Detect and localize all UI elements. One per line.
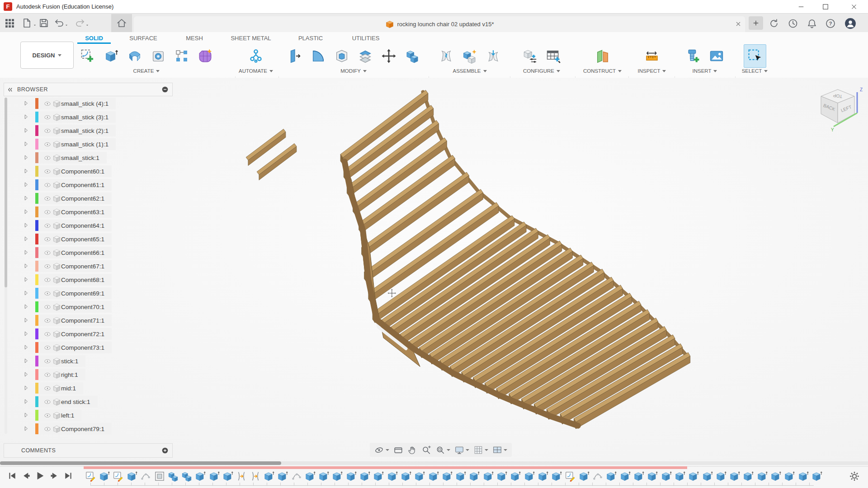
visibility-eye-icon[interactable] [42,399,52,405]
undo-icon[interactable] [53,17,65,29]
combine-button[interactable] [401,45,423,67]
timeline-feature-extrude[interactable] [770,470,782,482]
browser-row[interactable]: end stick:1 [4,395,172,408]
group-label-create[interactable]: CREATE [75,68,218,74]
clock-icon[interactable] [786,17,800,30]
visibility-eye-icon[interactable] [42,304,52,310]
timeline-feature-sketch[interactable] [113,470,124,482]
timeline-feature-extrude[interactable] [277,470,288,482]
timeline-feature-extrude[interactable] [373,470,384,482]
expand-arrow-icon[interactable] [23,249,30,256]
visibility-eye-icon[interactable] [42,277,52,283]
timeline-feature-extrude[interactable] [208,470,220,482]
timeline-feature-extrude[interactable] [524,470,535,482]
timeline-feature-extrude[interactable] [633,470,645,482]
timeline-feature-extrude[interactable] [688,470,699,482]
configuration-table-button[interactable] [542,45,564,67]
minimize-panel-icon[interactable] [161,86,169,93]
automate-button[interactable] [245,45,267,67]
pan-button[interactable] [407,445,417,455]
expand-arrow-icon[interactable] [23,303,30,310]
shell-button[interactable] [331,45,353,67]
select-button[interactable] [744,44,766,68]
maximize-button[interactable] [815,0,836,13]
timeline-feature-spline[interactable] [140,470,151,482]
timeline-feature-spline[interactable] [592,470,604,482]
timeline-feature-extrude[interactable] [126,470,138,482]
visibility-eye-icon[interactable] [42,209,52,216]
expand-arrow-icon[interactable] [23,263,30,270]
visibility-eye-icon[interactable] [42,290,52,297]
insert-fastener-button[interactable] [682,45,704,67]
group-label-assemble[interactable]: ASSEMBLE [432,68,508,74]
browser-scrollbar-thumb[interactable] [5,98,7,287]
press-pull-button[interactable] [284,45,306,67]
expand-arrow-icon[interactable] [23,127,30,134]
app-launcher-icon[interactable] [4,17,15,29]
expand-arrow-icon[interactable] [23,412,30,419]
tab-close-icon[interactable] [732,18,744,30]
timeline-feature-extrude[interactable] [345,470,357,482]
visibility-eye-icon[interactable] [42,155,52,161]
browser-row[interactable]: smaall_stick (1):1 [4,137,172,151]
visibility-eye-icon[interactable] [42,222,52,229]
job-status-icon[interactable] [767,17,781,30]
timeline-feature-extrude[interactable] [619,470,631,482]
visibility-eye-icon[interactable] [42,236,52,243]
construction-plane-button[interactable] [592,45,613,67]
timeline-feature-extrude[interactable] [496,470,508,482]
visibility-eye-icon[interactable] [42,141,52,148]
expand-comments-icon[interactable] [161,447,169,454]
expand-arrow-icon[interactable] [23,398,30,405]
browser-row[interactable]: stick:1 [4,354,172,368]
insert-image-button[interactable] [706,45,727,67]
timeline-feature-joint[interactable] [250,470,261,482]
fit-button[interactable] [435,445,450,455]
comments-bar[interactable]: COMMENTS [4,443,173,458]
tab-solid[interactable]: SOLID [77,32,111,44]
browser-row[interactable]: Component60:1 [4,164,172,178]
new-tab-button[interactable] [749,16,763,30]
browser-row[interactable]: smaall_stick:1 [4,151,172,164]
browser-row[interactable]: Component69:1 [4,286,172,300]
expand-arrow-icon[interactable] [23,168,30,175]
expand-arrow-icon[interactable] [23,113,30,121]
create-sketch-button[interactable] [77,45,99,67]
timeline-settings-gear-icon[interactable] [849,471,861,483]
visibility-eye-icon[interactable] [42,385,52,392]
expand-arrow-icon[interactable] [23,290,30,297]
group-label-insert[interactable]: INSERT [677,68,732,74]
notifications-bell-icon[interactable] [805,17,819,30]
hole-button[interactable] [147,45,169,67]
visibility-eye-icon[interactable] [42,127,52,134]
browser-row[interactable]: Component66:1 [4,246,172,259]
expand-arrow-icon[interactable] [23,317,30,324]
expand-arrow-icon[interactable] [23,357,30,365]
play-button[interactable] [35,471,45,481]
visibility-eye-icon[interactable] [42,412,52,419]
timeline-feature-extrude[interactable] [742,470,754,482]
skip-to-end-button[interactable] [63,471,73,481]
timeline-feature-extrude[interactable] [263,470,275,482]
timeline-feature-extrude[interactable] [551,470,562,482]
offset-face-button[interactable] [354,45,376,67]
view-cube[interactable]: TOP BACK LEFT Z Y [813,85,865,140]
visibility-eye-icon[interactable] [42,100,52,107]
expand-arrow-icon[interactable] [23,385,30,392]
new-component-button[interactable] [459,45,481,67]
timeline-feature-extrude[interactable] [99,470,110,482]
visibility-eye-icon[interactable] [42,371,52,378]
save-icon[interactable] [38,17,50,29]
timeline-feature-extrude[interactable] [715,470,727,482]
measure-button[interactable] [641,45,663,67]
workspace-selector[interactable]: DESIGN [20,42,74,69]
timeline-feature-extrude[interactable] [222,470,234,482]
step-back-button[interactable] [21,471,31,481]
tab-sheet-metal[interactable]: SHEET METAL [224,32,278,44]
browser-row[interactable]: Component79:1 [4,422,172,436]
step-forward-button[interactable] [49,471,59,481]
timeline-feature-extrude[interactable] [359,470,371,482]
visibility-eye-icon[interactable] [42,249,52,256]
fillet-button[interactable] [307,45,329,67]
timeline-feature-extrude[interactable] [387,470,398,482]
